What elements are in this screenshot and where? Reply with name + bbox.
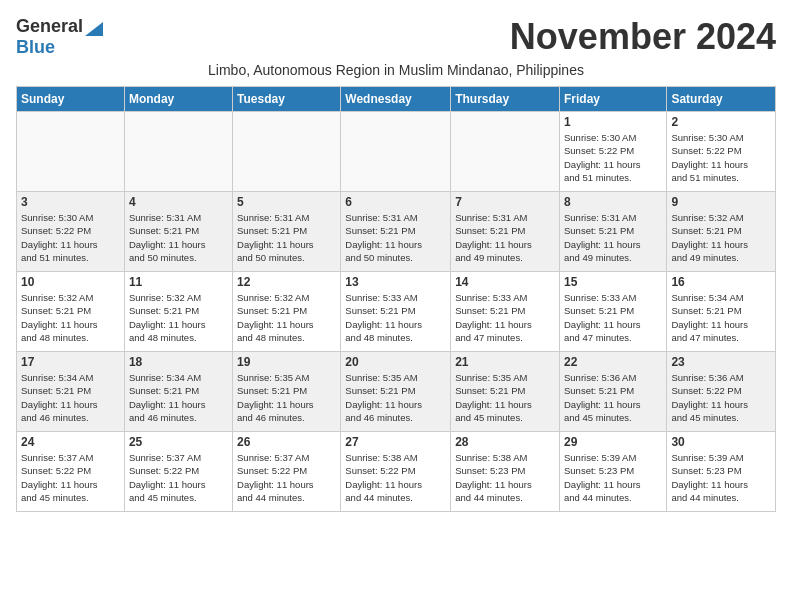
day-info: Sunrise: 5:32 AM Sunset: 5:21 PM Dayligh… xyxy=(129,291,228,344)
day-info: Sunrise: 5:31 AM Sunset: 5:21 PM Dayligh… xyxy=(455,211,555,264)
logo: General Blue xyxy=(16,16,103,58)
calendar-day-cell: 23Sunrise: 5:36 AM Sunset: 5:22 PM Dayli… xyxy=(667,352,776,432)
calendar-day-cell: 29Sunrise: 5:39 AM Sunset: 5:23 PM Dayli… xyxy=(559,432,666,512)
day-info: Sunrise: 5:39 AM Sunset: 5:23 PM Dayligh… xyxy=(564,451,662,504)
calendar-day-cell xyxy=(451,112,560,192)
day-info: Sunrise: 5:37 AM Sunset: 5:22 PM Dayligh… xyxy=(237,451,336,504)
day-number: 4 xyxy=(129,195,228,209)
day-number: 5 xyxy=(237,195,336,209)
day-number: 15 xyxy=(564,275,662,289)
calendar-day-cell: 13Sunrise: 5:33 AM Sunset: 5:21 PM Dayli… xyxy=(341,272,451,352)
day-info: Sunrise: 5:39 AM Sunset: 5:23 PM Dayligh… xyxy=(671,451,771,504)
day-number: 27 xyxy=(345,435,446,449)
day-number: 21 xyxy=(455,355,555,369)
day-info: Sunrise: 5:33 AM Sunset: 5:21 PM Dayligh… xyxy=(564,291,662,344)
calendar-day-cell: 26Sunrise: 5:37 AM Sunset: 5:22 PM Dayli… xyxy=(233,432,341,512)
calendar-day-cell: 7Sunrise: 5:31 AM Sunset: 5:21 PM Daylig… xyxy=(451,192,560,272)
day-number: 22 xyxy=(564,355,662,369)
calendar-header-row: SundayMondayTuesdayWednesdayThursdayFrid… xyxy=(17,87,776,112)
day-info: Sunrise: 5:34 AM Sunset: 5:21 PM Dayligh… xyxy=(21,371,120,424)
day-number: 9 xyxy=(671,195,771,209)
column-header-tuesday: Tuesday xyxy=(233,87,341,112)
day-number: 2 xyxy=(671,115,771,129)
calendar-day-cell xyxy=(233,112,341,192)
day-info: Sunrise: 5:31 AM Sunset: 5:21 PM Dayligh… xyxy=(564,211,662,264)
calendar-day-cell xyxy=(124,112,232,192)
logo-general-text: General xyxy=(16,16,83,37)
calendar-week-row: 17Sunrise: 5:34 AM Sunset: 5:21 PM Dayli… xyxy=(17,352,776,432)
day-info: Sunrise: 5:34 AM Sunset: 5:21 PM Dayligh… xyxy=(671,291,771,344)
column-header-sunday: Sunday xyxy=(17,87,125,112)
calendar-day-cell: 18Sunrise: 5:34 AM Sunset: 5:21 PM Dayli… xyxy=(124,352,232,432)
day-info: Sunrise: 5:35 AM Sunset: 5:21 PM Dayligh… xyxy=(237,371,336,424)
day-number: 19 xyxy=(237,355,336,369)
day-info: Sunrise: 5:36 AM Sunset: 5:22 PM Dayligh… xyxy=(671,371,771,424)
calendar-day-cell: 27Sunrise: 5:38 AM Sunset: 5:22 PM Dayli… xyxy=(341,432,451,512)
calendar-table: SundayMondayTuesdayWednesdayThursdayFrid… xyxy=(16,86,776,512)
calendar-day-cell: 4Sunrise: 5:31 AM Sunset: 5:21 PM Daylig… xyxy=(124,192,232,272)
calendar-day-cell: 20Sunrise: 5:35 AM Sunset: 5:21 PM Dayli… xyxy=(341,352,451,432)
day-info: Sunrise: 5:32 AM Sunset: 5:21 PM Dayligh… xyxy=(21,291,120,344)
calendar-day-cell: 12Sunrise: 5:32 AM Sunset: 5:21 PM Dayli… xyxy=(233,272,341,352)
calendar-day-cell: 21Sunrise: 5:35 AM Sunset: 5:21 PM Dayli… xyxy=(451,352,560,432)
page-header: General Blue November 2024 xyxy=(16,16,776,58)
calendar-week-row: 1Sunrise: 5:30 AM Sunset: 5:22 PM Daylig… xyxy=(17,112,776,192)
day-info: Sunrise: 5:30 AM Sunset: 5:22 PM Dayligh… xyxy=(564,131,662,184)
day-info: Sunrise: 5:34 AM Sunset: 5:21 PM Dayligh… xyxy=(129,371,228,424)
day-number: 3 xyxy=(21,195,120,209)
calendar-day-cell: 9Sunrise: 5:32 AM Sunset: 5:21 PM Daylig… xyxy=(667,192,776,272)
day-number: 16 xyxy=(671,275,771,289)
column-header-wednesday: Wednesday xyxy=(341,87,451,112)
calendar-day-cell: 1Sunrise: 5:30 AM Sunset: 5:22 PM Daylig… xyxy=(559,112,666,192)
day-number: 8 xyxy=(564,195,662,209)
calendar-day-cell xyxy=(341,112,451,192)
calendar-week-row: 24Sunrise: 5:37 AM Sunset: 5:22 PM Dayli… xyxy=(17,432,776,512)
day-info: Sunrise: 5:35 AM Sunset: 5:21 PM Dayligh… xyxy=(345,371,446,424)
day-info: Sunrise: 5:35 AM Sunset: 5:21 PM Dayligh… xyxy=(455,371,555,424)
calendar-day-cell: 6Sunrise: 5:31 AM Sunset: 5:21 PM Daylig… xyxy=(341,192,451,272)
day-number: 20 xyxy=(345,355,446,369)
day-info: Sunrise: 5:37 AM Sunset: 5:22 PM Dayligh… xyxy=(129,451,228,504)
day-info: Sunrise: 5:37 AM Sunset: 5:22 PM Dayligh… xyxy=(21,451,120,504)
day-number: 18 xyxy=(129,355,228,369)
month-year-title: November 2024 xyxy=(510,16,776,58)
day-info: Sunrise: 5:31 AM Sunset: 5:21 PM Dayligh… xyxy=(345,211,446,264)
calendar-day-cell: 10Sunrise: 5:32 AM Sunset: 5:21 PM Dayli… xyxy=(17,272,125,352)
column-header-saturday: Saturday xyxy=(667,87,776,112)
day-number: 11 xyxy=(129,275,228,289)
day-info: Sunrise: 5:36 AM Sunset: 5:21 PM Dayligh… xyxy=(564,371,662,424)
day-info: Sunrise: 5:32 AM Sunset: 5:21 PM Dayligh… xyxy=(237,291,336,344)
column-header-monday: Monday xyxy=(124,87,232,112)
day-number: 12 xyxy=(237,275,336,289)
day-info: Sunrise: 5:30 AM Sunset: 5:22 PM Dayligh… xyxy=(21,211,120,264)
column-header-friday: Friday xyxy=(559,87,666,112)
day-number: 1 xyxy=(564,115,662,129)
day-number: 7 xyxy=(455,195,555,209)
calendar-day-cell xyxy=(17,112,125,192)
day-number: 28 xyxy=(455,435,555,449)
day-number: 23 xyxy=(671,355,771,369)
calendar-week-row: 3Sunrise: 5:30 AM Sunset: 5:22 PM Daylig… xyxy=(17,192,776,272)
day-info: Sunrise: 5:38 AM Sunset: 5:23 PM Dayligh… xyxy=(455,451,555,504)
calendar-day-cell: 15Sunrise: 5:33 AM Sunset: 5:21 PM Dayli… xyxy=(559,272,666,352)
calendar-day-cell: 3Sunrise: 5:30 AM Sunset: 5:22 PM Daylig… xyxy=(17,192,125,272)
calendar-day-cell: 30Sunrise: 5:39 AM Sunset: 5:23 PM Dayli… xyxy=(667,432,776,512)
day-info: Sunrise: 5:31 AM Sunset: 5:21 PM Dayligh… xyxy=(129,211,228,264)
day-number: 13 xyxy=(345,275,446,289)
day-info: Sunrise: 5:33 AM Sunset: 5:21 PM Dayligh… xyxy=(345,291,446,344)
day-number: 30 xyxy=(671,435,771,449)
calendar-day-cell: 2Sunrise: 5:30 AM Sunset: 5:22 PM Daylig… xyxy=(667,112,776,192)
day-info: Sunrise: 5:31 AM Sunset: 5:21 PM Dayligh… xyxy=(237,211,336,264)
logo-triangle-icon xyxy=(85,18,103,36)
logo-blue-text: Blue xyxy=(16,37,55,57)
calendar-week-row: 10Sunrise: 5:32 AM Sunset: 5:21 PM Dayli… xyxy=(17,272,776,352)
calendar-day-cell: 8Sunrise: 5:31 AM Sunset: 5:21 PM Daylig… xyxy=(559,192,666,272)
day-info: Sunrise: 5:33 AM Sunset: 5:21 PM Dayligh… xyxy=(455,291,555,344)
day-number: 10 xyxy=(21,275,120,289)
day-number: 25 xyxy=(129,435,228,449)
day-number: 26 xyxy=(237,435,336,449)
day-number: 6 xyxy=(345,195,446,209)
day-number: 14 xyxy=(455,275,555,289)
day-number: 24 xyxy=(21,435,120,449)
day-number: 29 xyxy=(564,435,662,449)
